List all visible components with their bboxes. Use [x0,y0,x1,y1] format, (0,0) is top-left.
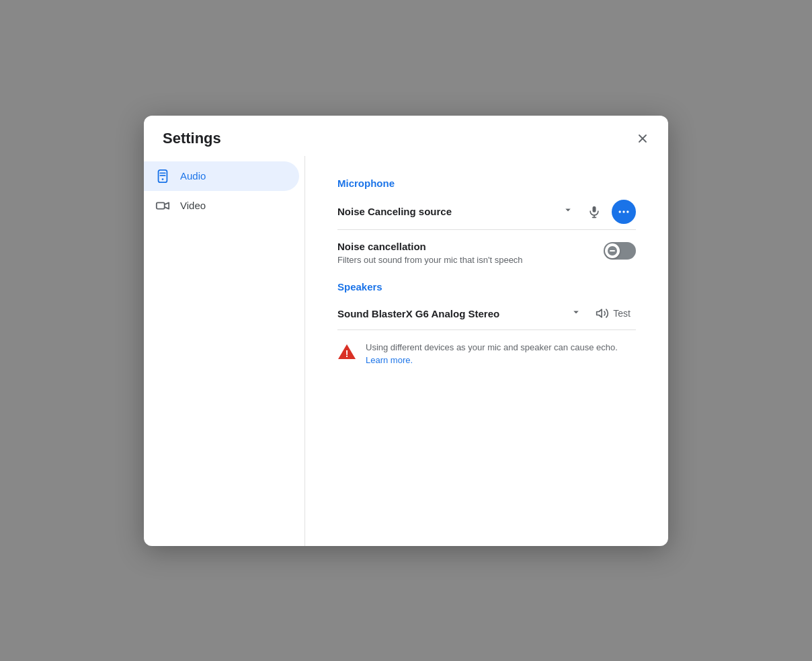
sidebar-video-label: Video [180,200,206,211]
speaker-icon [596,307,609,320]
speakers-divider [337,329,636,330]
warning-icon: ! [337,342,356,361]
settings-dialog: Settings Audio [144,116,668,546]
dialog-header: Settings [144,116,668,156]
toggle-minus-icon [608,246,617,256]
audio-icon [155,168,171,184]
video-icon [155,198,171,214]
svg-point-10 [619,210,621,212]
speakers-dropdown[interactable]: Sound BlasterX G6 Analog Stereo [337,303,582,324]
noise-cancellation-toggle-wrap [604,242,636,260]
microphone-dropdown-arrow [562,204,574,219]
sidebar-audio-label: Audio [180,170,206,182]
noise-cancellation-toggle[interactable] [604,242,636,260]
svg-text:!: ! [346,348,349,359]
sidebar: Audio Video [144,156,305,546]
speakers-device-label: Sound BlasterX G6 Analog Stereo [337,308,565,319]
microphone-dropdown[interactable]: Noise Canceling source [337,201,574,222]
warning-box: ! Using different devices as your mic an… [337,341,636,367]
svg-marker-13 [597,309,602,317]
svg-point-3 [162,178,164,180]
noise-cancellation-description: Filters out sound from your mic that isn… [337,255,523,265]
sidebar-item-audio[interactable]: Audio [144,161,299,191]
toggle-knob [605,243,620,258]
microphone-divider [337,229,636,230]
speakers-test-button[interactable]: Test [590,304,636,323]
svg-point-12 [626,210,628,212]
speakers-section-title: Speakers [337,281,636,293]
svg-rect-7 [593,206,596,212]
noise-cancellation-title: Noise cancellation [337,241,523,252]
sidebar-item-video[interactable]: Video [144,191,299,221]
microphone-actions [582,200,636,224]
toggle-minus-bar [610,250,615,251]
noise-cancellation-text: Noise cancellation Filters out sound fro… [337,241,523,265]
microphone-test-button[interactable] [582,200,606,224]
microphone-device-row: Noise Canceling source [337,200,636,224]
close-button[interactable] [631,126,655,151]
speakers-dropdown-arrow [570,306,582,321]
svg-point-11 [622,210,624,212]
test-label: Test [613,308,631,319]
microphone-device-label: Noise Canceling source [337,206,557,217]
speakers-device-row: Sound BlasterX G6 Analog Stereo Test [337,303,636,324]
microphone-more-button[interactable] [612,200,636,224]
dialog-body: Audio Video Microphone Noise Canceling s… [144,156,668,546]
dialog-title: Settings [163,130,221,147]
svg-rect-6 [157,202,165,208]
warning-message: Using different devices as your mic and … [366,342,618,352]
warning-text: Using different devices as your mic and … [366,341,636,367]
content-area: Microphone Noise Canceling source [305,156,668,546]
learn-more-link[interactable]: Learn more. [366,355,413,365]
noise-cancellation-row: Noise cancellation Filters out sound fro… [337,241,636,265]
microphone-section-title: Microphone [337,178,636,189]
